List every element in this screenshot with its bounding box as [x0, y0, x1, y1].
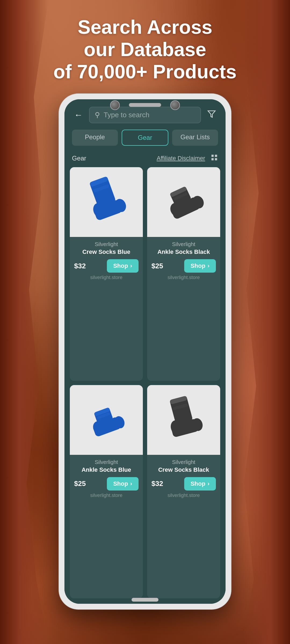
back-button[interactable]: ←	[72, 109, 85, 121]
product-actions-2: $25 Shop ›	[70, 473, 143, 493]
product-info-1: Silverlight Ankle Socks Black	[147, 237, 220, 255]
product-image-2	[70, 385, 143, 455]
tab-gear-lists[interactable]: Gear Lists	[172, 130, 218, 146]
product-card-2: Silverlight Ankle Socks Blue $25 Shop › …	[70, 385, 143, 599]
product-store-0: silverlight.store	[70, 275, 143, 284]
shop-button-1[interactable]: Shop ›	[184, 259, 216, 273]
svg-rect-4	[215, 158, 217, 160]
hero-line3: of 70,000+ Products	[21, 61, 269, 83]
product-store-1: silverlight.store	[147, 275, 220, 284]
home-indicator	[132, 598, 158, 602]
speaker-grille	[129, 103, 161, 107]
product-store-3: silverlight.store	[147, 493, 220, 502]
product-info-3: Silverlight Crew Socks Black	[147, 455, 220, 473]
product-brand-1: Silverlight	[151, 241, 216, 247]
search-input: Type to search	[104, 111, 150, 119]
shop-button-3[interactable]: Shop ›	[184, 477, 216, 491]
svg-rect-1	[212, 155, 214, 157]
camera-right	[170, 100, 180, 110]
shop-button-0[interactable]: Shop ›	[107, 259, 139, 273]
product-name-0: Crew Socks Blue	[74, 248, 139, 255]
section-label: Gear	[72, 155, 86, 162]
phone-body: ← ⚲ Type to search People Gear	[59, 94, 231, 609]
product-actions-1: $25 Shop ›	[147, 255, 220, 275]
product-brand-2: Silverlight	[74, 459, 139, 465]
hero-line1: Search Across	[21, 16, 269, 38]
product-info-2: Silverlight Ankle Socks Blue	[70, 455, 143, 473]
product-image-0	[70, 167, 143, 237]
product-name-3: Crew Socks Black	[151, 466, 216, 473]
product-store-2: silverlight.store	[70, 493, 143, 502]
product-price-1: $25	[151, 262, 163, 270]
search-input-container[interactable]: ⚲ Type to search	[89, 107, 201, 123]
hero-line2: our Database	[21, 38, 269, 61]
product-card-3: Silverlight Crew Socks Black $32 Shop › …	[147, 385, 220, 599]
product-price-0: $32	[74, 262, 86, 270]
grid-view-icon[interactable]	[211, 154, 218, 163]
search-icon: ⚲	[95, 111, 100, 119]
product-brand-0: Silverlight	[74, 241, 139, 247]
product-info-0: Silverlight Crew Socks Blue	[70, 237, 143, 255]
affiliate-disclaimer-link[interactable]: Affiliate Disclaimer	[157, 155, 205, 162]
product-actions-0: $32 Shop ›	[70, 255, 143, 275]
tab-gear[interactable]: Gear	[122, 130, 169, 146]
product-card-1: Silverlight Ankle Socks Black $25 Shop ›…	[147, 167, 220, 381]
filter-button[interactable]	[205, 109, 218, 121]
svg-rect-2	[215, 155, 217, 157]
phone-mockup: ← ⚲ Type to search People Gear	[59, 94, 231, 609]
product-card-0: Silverlight Crew Socks Blue $32 Shop › s…	[70, 167, 143, 381]
hero-heading: Search Across our Database of 70,000+ Pr…	[0, 16, 290, 83]
svg-rect-3	[212, 158, 214, 160]
section-header: Gear Affiliate Disclaimer	[64, 151, 226, 167]
phone-screen: ← ⚲ Type to search People Gear	[64, 99, 226, 604]
product-brand-3: Silverlight	[151, 459, 216, 465]
svg-marker-0	[208, 111, 215, 117]
product-image-3	[147, 385, 220, 455]
header-right: Affiliate Disclaimer	[157, 154, 218, 163]
product-price-3: $32	[151, 480, 163, 488]
product-name-2: Ankle Socks Blue	[74, 466, 139, 473]
camera-left	[110, 100, 120, 110]
shop-button-2[interactable]: Shop ›	[107, 477, 139, 491]
product-price-2: $25	[74, 480, 86, 488]
products-grid: Silverlight Crew Socks Blue $32 Shop › s…	[64, 167, 226, 604]
tab-people[interactable]: People	[72, 130, 118, 146]
product-actions-3: $32 Shop ›	[147, 473, 220, 493]
tabs-row: People Gear Gear Lists	[64, 127, 226, 151]
product-image-1	[147, 167, 220, 237]
product-name-1: Ankle Socks Black	[151, 248, 216, 255]
